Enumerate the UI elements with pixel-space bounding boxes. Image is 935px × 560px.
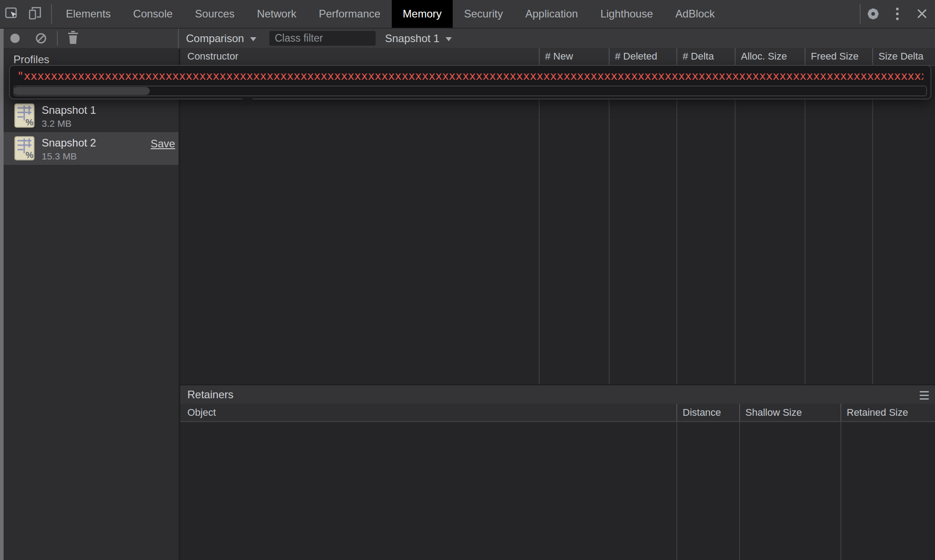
tab-memory[interactable]: Memory — [392, 0, 453, 28]
settings-button[interactable] — [861, 0, 886, 28]
devtools-tabbar: ElementsConsoleSourcesNetworkPerformance… — [0, 0, 935, 29]
tab-adblock[interactable]: AdBlock — [664, 0, 726, 28]
column-header-retained-size[interactable]: Retained Size — [847, 404, 908, 421]
sidebar-toolbar-divider — [178, 29, 179, 48]
retainers-header: Object Distance Shallow Size Retained Si… — [180, 404, 935, 422]
tab-console[interactable]: Console — [122, 0, 184, 28]
device-toolbar-button[interactable] — [23, 0, 47, 28]
snapshot-item-1[interactable]: % Snapshot 1 3.2 MB — [0, 99, 178, 132]
class-filter-input[interactable] — [269, 31, 376, 46]
tooltip-scrollbar-track[interactable] — [13, 86, 927, 96]
window-edge — [0, 29, 4, 560]
string-value-tooltip: "xxxxxxxxxxxxxxxxxxxxxxxxxxxxxxxxxxxxxxx… — [9, 65, 931, 99]
constructor-grid-body — [180, 66, 935, 384]
column-header-object[interactable]: Object — [187, 404, 216, 421]
perspective-select[interactable]: Comparison — [186, 29, 256, 48]
tabbar-divider — [51, 4, 52, 24]
svg-text:%: % — [26, 150, 34, 160]
retainers-body — [180, 422, 935, 560]
tab-strip: ElementsConsoleSourcesNetworkPerformance… — [55, 0, 726, 28]
tab-security[interactable]: Security — [453, 0, 514, 28]
heap-snapshot-icon: % — [14, 103, 35, 129]
svg-text:%: % — [26, 117, 34, 127]
close-devtools-button[interactable] — [909, 0, 935, 28]
tab-application[interactable]: Application — [514, 0, 589, 28]
toolbar-divider — [57, 31, 58, 46]
retainers-titlebar: Retainers — [180, 384, 935, 405]
more-options-button[interactable] — [886, 0, 909, 28]
hamburger-menu-icon[interactable] — [920, 391, 929, 400]
memory-toolbar: Comparison Snapshot 1 — [0, 29, 935, 49]
tooltip-scrollbar-thumb[interactable] — [13, 87, 150, 95]
constructor-grid-header: Constructor # New # Deleted # Delta Allo… — [180, 48, 935, 66]
profiles-sidebar: Profiles % Snapshot 1 3.2 MB % — [0, 48, 178, 560]
tooltip-string-value: "xxxxxxxxxxxxxxxxxxxxxxxxxxxxxxxxxxxxxxx… — [17, 69, 923, 84]
chevron-down-icon — [250, 37, 256, 41]
tooltip-arrow — [242, 99, 253, 106]
tab-lighthouse[interactable]: Lighthouse — [589, 0, 664, 28]
heap-snapshot-icon: % — [14, 136, 35, 162]
snapshot-name: Snapshot 1 — [42, 104, 96, 116]
snapshot-name: Snapshot 2 — [42, 137, 96, 149]
devtools-window: ElementsConsoleSourcesNetworkPerformance… — [0, 0, 935, 560]
clear-profiles-button[interactable] — [34, 29, 48, 48]
column-header-size-delta[interactable]: Size Delta — [879, 48, 923, 65]
inspect-element-button[interactable] — [0, 0, 23, 28]
device-toolbar-icon — [28, 6, 42, 22]
column-header-alloc-size[interactable]: Alloc. Size — [741, 48, 787, 65]
record-heap-button[interactable] — [8, 29, 22, 48]
kebab-menu-icon — [896, 8, 899, 20]
snapshot-size: 3.2 MB — [42, 118, 72, 129]
baseline-snapshot-select[interactable]: Snapshot 1 — [385, 29, 452, 48]
clear-icon — [36, 33, 46, 43]
column-header-deleted[interactable]: # Deleted — [615, 48, 657, 65]
trash-icon — [67, 31, 79, 46]
tab-performance[interactable]: Performance — [307, 0, 391, 28]
column-header-shallow-size[interactable]: Shallow Size — [745, 404, 802, 421]
inspect-cursor-icon — [5, 6, 18, 22]
retainers-title: Retainers — [187, 385, 234, 404]
column-header-constructor[interactable]: Constructor — [187, 48, 238, 65]
snapshot-size: 15.3 MB — [42, 151, 77, 162]
column-header-distance[interactable]: Distance — [683, 404, 721, 421]
record-icon — [10, 34, 20, 43]
tab-sources[interactable]: Sources — [184, 0, 246, 28]
tab-elements[interactable]: Elements — [55, 0, 122, 28]
gear-icon — [866, 7, 880, 21]
column-header-freed-size[interactable]: Freed Size — [811, 48, 858, 65]
close-icon — [916, 8, 928, 20]
tab-network[interactable]: Network — [246, 0, 307, 28]
delete-profile-button[interactable] — [65, 29, 81, 48]
profiles-section-title: Profiles — [13, 53, 49, 66]
heap-comparison-panel: Constructor # New # Deleted # Delta Allo… — [179, 48, 935, 560]
chevron-down-icon — [446, 37, 452, 41]
perspective-select-label: Comparison — [186, 32, 244, 44]
baseline-snapshot-label: Snapshot 1 — [385, 32, 439, 44]
column-header-delta[interactable]: # Delta — [683, 48, 714, 65]
column-header-new[interactable]: # New — [545, 48, 573, 65]
snapshot-item-2[interactable]: % Snapshot 2 15.3 MB Save — [0, 132, 178, 165]
save-snapshot-link[interactable]: Save — [151, 138, 175, 150]
